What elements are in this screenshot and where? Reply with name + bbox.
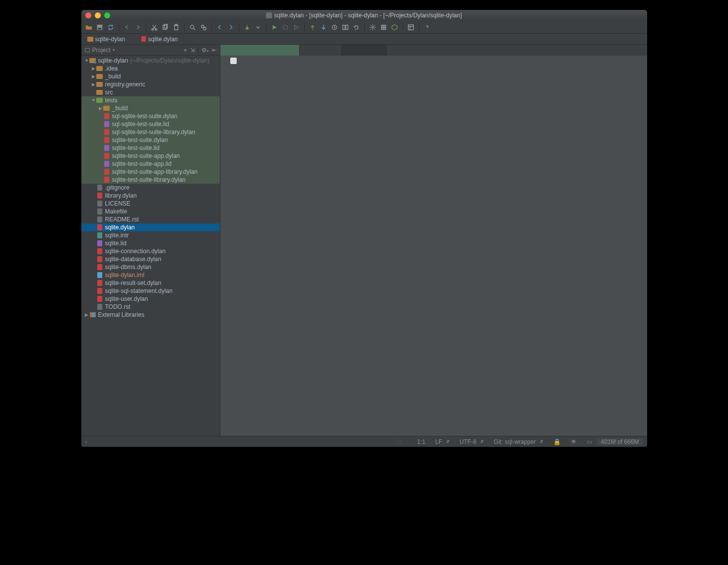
structure-button[interactable] [379,23,388,32]
tree-item[interactable]: sqlite-dylan.iml [81,271,220,279]
tree-item[interactable]: sqlite.lid [81,239,220,247]
target-icon[interactable]: ⌖ [184,47,187,54]
tree-item[interactable]: ▼sqlite-dylan (~/Projects/Dylan/sqlite-d… [81,57,220,65]
tree-item[interactable]: ▶registry.generic [81,80,220,88]
chevron-down-icon[interactable] [254,23,263,32]
settings-button[interactable] [368,23,377,32]
chevron-right-icon[interactable]: ▶ [91,82,96,87]
chevron-right-icon[interactable]: ▶ [91,74,96,79]
tree-item[interactable]: TODO.rst [81,303,220,311]
editor-tab-2[interactable] [300,45,342,56]
open-file-button[interactable] [84,23,93,32]
forward-button[interactable] [226,23,235,32]
back-button[interactable] [215,23,224,32]
lock-icon[interactable]: 🔒 [548,438,566,445]
tree-item[interactable]: ▼tests [81,96,220,104]
help-button[interactable] [423,23,432,32]
redo-button[interactable] [133,23,142,32]
memory-indicator[interactable]: 401M of 666M [597,438,643,445]
tree-item[interactable]: sqlite-dbms.dylan [81,263,220,271]
zoom-window-button[interactable] [104,12,110,18]
tree-item[interactable]: sqlite-connection.dylan [81,247,220,255]
chevron-right-icon[interactable]: ▶ [91,66,96,71]
tree-item[interactable]: Makefile [81,208,220,215]
tree-item[interactable]: sqlite-test-suite-library.dylan [81,176,220,184]
replace-button[interactable] [199,23,208,32]
save-all-button[interactable] [95,23,104,32]
breadcrumb-file[interactable]: sqlite.dylan [138,36,185,43]
tree-item-label: sqlite-test-suite.dylan [112,137,168,143]
tree-item[interactable]: sqlite.dylan [81,223,220,231]
sdk-button[interactable] [390,23,399,32]
gear-icon[interactable]: ⚙▾ [201,47,209,54]
line-separator-selector[interactable]: LF⇵ [430,438,455,445]
editor-content[interactable] [245,56,647,436]
vcs-revert-button[interactable] [352,23,361,32]
run-button[interactable] [270,23,279,32]
svg-point-10 [203,27,206,30]
tool-window-quick-access[interactable]: ▫ [85,438,92,445]
project-view-selector[interactable]: Project ▾ [84,47,115,54]
tree-item[interactable]: sqlite-database.dylan [81,255,220,263]
bookmark-icon[interactable] [230,58,237,64]
tree-item[interactable]: sqlite-test-suite-app-library.dylan [81,168,220,176]
svg-rect-16 [381,25,383,27]
tree-item[interactable]: src [81,88,220,96]
svg-rect-13 [342,25,344,29]
vcs-history-button[interactable] [330,23,339,32]
tree-item[interactable]: ▶_build [81,104,220,112]
inspect-icon[interactable]: 👁 [566,438,582,445]
tree-item[interactable]: sqlite-user.dylan [81,295,220,303]
paste-button[interactable] [172,23,181,32]
editor-tab-3[interactable] [342,45,387,56]
tree-item[interactable]: sqlite-result-set.dylan [81,279,220,287]
chevron-right-icon[interactable]: ▶ [98,106,103,111]
build-button[interactable] [243,23,252,32]
tree-item[interactable]: sqlite-sql-statement.dylan [81,287,220,295]
close-window-button[interactable] [85,12,91,18]
vcs-update-button[interactable] [308,23,317,32]
encoding-selector[interactable]: UTF-8⇵ [455,438,489,445]
vcs-commit-button[interactable] [319,23,328,32]
tree-item[interactable]: sqlite-test-suite-app.lid [81,160,220,168]
tree-item[interactable]: library.dylan [81,192,220,200]
tree-item[interactable]: sql-sqlite-test-suite.lid [81,120,220,128]
debug-button[interactable] [281,23,290,32]
hide-icon[interactable]: ⇤ [212,47,217,54]
tree-item[interactable]: sql-sqlite-test-suite-library.dylan [81,128,220,136]
notifications-icon[interactable]: ▭ [582,438,597,445]
tree-item[interactable]: ▶_build [81,72,220,80]
breadcrumb-root[interactable]: sqlite-dylan [84,35,138,43]
project-tree[interactable]: ▼sqlite-dylan (~/Projects/Dylan/sqlite-d… [81,56,220,436]
tree-item-label: LICENSE [105,200,131,207]
tree-item[interactable]: LICENSE [81,200,220,208]
run-coverage-button[interactable] [292,23,301,32]
cursor-position[interactable]: 1:1 [412,438,430,445]
minimize-window-button[interactable] [95,12,101,18]
tree-item[interactable]: sqlite.intr [81,231,220,239]
chevron-down-icon[interactable]: ▼ [84,58,89,63]
tree-item[interactable]: sql-sqlite-test-suite.dylan [81,112,220,120]
project-icon [84,47,90,53]
tree-item[interactable]: ▶External Libraries [81,311,220,319]
tree-item[interactable]: sqlite-test-suite.lid [81,144,220,152]
git-branch-selector[interactable]: Git: sql-wrapper⇵ [489,438,548,445]
chevron-down-icon[interactable]: ▼ [91,98,96,103]
copy-button[interactable] [161,23,170,32]
undo-button[interactable] [123,23,132,32]
layout-button[interactable] [406,23,415,32]
tree-item[interactable]: ▶.idea [81,65,220,72]
cut-button[interactable] [150,23,159,32]
tree-item[interactable]: sqlite-test-suite-app.dylan [81,152,220,160]
sync-button[interactable] [106,23,115,32]
find-button[interactable] [188,23,197,32]
tree-item[interactable]: sqlite-test-suite.dylan [81,136,220,144]
chevron-right-icon[interactable]: ▶ [84,312,89,317]
tree-item[interactable]: README.rst [81,215,220,223]
vcs-diff-button[interactable] [341,23,350,32]
tree-item[interactable]: .gitignore [81,184,220,192]
editor-tab-active[interactable] [220,45,300,56]
tree-item-label: _build [112,105,128,112]
collapse-icon[interactable]: ⇲ [190,47,195,54]
tree-item-label: sqlite-connection.dylan [105,248,166,255]
